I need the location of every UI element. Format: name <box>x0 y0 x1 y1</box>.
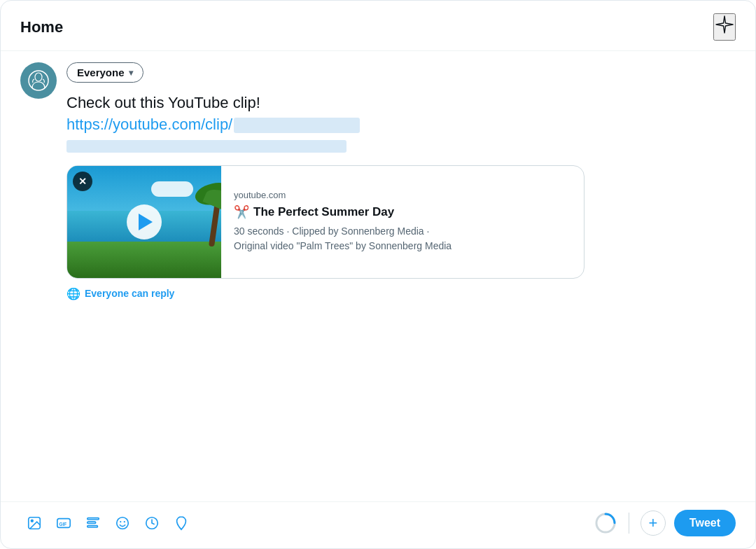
svg-point-10 <box>124 521 125 522</box>
compose-top: Everyone ▾ Check out this YouTube clip! … <box>20 62 736 279</box>
image-icon <box>27 515 42 531</box>
compose-right: Everyone ▾ Check out this YouTube clip! … <box>66 62 736 279</box>
poll-icon <box>85 515 101 531</box>
svg-rect-6 <box>88 522 96 523</box>
svg-text:GIF: GIF <box>59 522 67 527</box>
location-icon-button[interactable] <box>167 509 195 537</box>
compose-area: Everyone ▾ Check out this YouTube clip! … <box>1 51 755 493</box>
svg-point-2 <box>31 520 33 522</box>
page-title: Home <box>20 18 63 36</box>
gif-icon: GIF <box>56 515 71 531</box>
emoji-icon <box>115 515 130 531</box>
globe-icon: 🌐 <box>66 287 80 300</box>
preview-info: youtube.com ✂️ The Perfect Summer Day 30… <box>221 166 464 278</box>
preview-meta: 30 seconds · Clipped by Sonnenberg Media… <box>234 224 451 253</box>
svg-rect-7 <box>88 526 98 527</box>
twitter-compose-window: Home Everyon <box>0 0 756 549</box>
toolbar: GIF <box>1 502 755 548</box>
image-icon-button[interactable] <box>20 509 48 537</box>
tweet-text: Check out this YouTube clip! https://you… <box>66 92 736 153</box>
svg-point-9 <box>120 521 121 522</box>
link-highlight <box>234 118 360 133</box>
audience-selector[interactable]: Everyone ▾ <box>66 62 144 83</box>
preview-title: ✂️ The Perfect Summer Day <box>234 204 451 220</box>
header: Home <box>1 1 755 50</box>
avatar <box>20 62 57 99</box>
toolbar-right: + Tweet <box>594 510 736 536</box>
preview-thumbnail: ✕ <box>67 166 221 278</box>
schedule-icon <box>144 515 160 531</box>
audience-label: Everyone <box>77 67 125 78</box>
link-underbar <box>66 140 346 153</box>
tweet-link[interactable]: https://youtube.com/clip/ <box>66 116 360 133</box>
svg-point-12 <box>180 520 183 523</box>
schedule-icon-button[interactable] <box>138 509 166 537</box>
svg-rect-5 <box>88 518 99 520</box>
character-count-ring <box>594 511 617 535</box>
chevron-down-icon: ▾ <box>129 68 133 78</box>
add-thread-button[interactable]: + <box>640 510 666 536</box>
emoji-icon-button[interactable] <box>108 509 136 537</box>
close-preview-button[interactable]: ✕ <box>73 172 92 191</box>
gif-icon-button[interactable]: GIF <box>50 509 78 537</box>
poll-icon-button[interactable] <box>79 509 107 537</box>
location-icon <box>174 515 189 531</box>
svg-point-8 <box>117 517 129 529</box>
toolbar-divider-vertical <box>629 513 629 534</box>
reply-permission[interactable]: 🌐 Everyone can reply <box>20 287 736 305</box>
preview-source: youtube.com <box>234 190 451 200</box>
scissors-icon: ✂️ <box>234 204 249 220</box>
cloud <box>151 181 193 197</box>
play-button[interactable] <box>127 204 162 239</box>
beach <box>67 242 221 277</box>
toolbar-icons: GIF <box>20 509 594 537</box>
svg-point-0 <box>29 71 48 90</box>
sparkle-button[interactable] <box>713 13 736 41</box>
tweet-button[interactable]: Tweet <box>674 510 736 536</box>
preview-card: ✕ youtube.com ✂️ The Perfect Summer Day … <box>66 165 584 279</box>
